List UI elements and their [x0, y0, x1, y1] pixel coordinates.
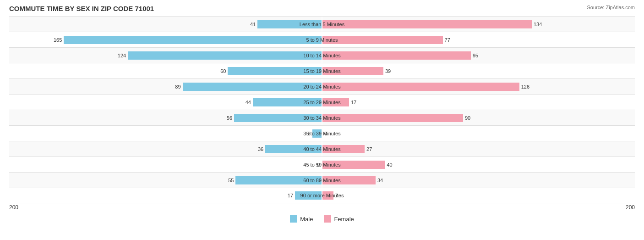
female-value: 39	[385, 68, 394, 74]
left-half: 41	[9, 17, 322, 32]
center-divider	[322, 48, 322, 63]
female-value: 17	[351, 100, 360, 105]
center-divider	[322, 17, 322, 32]
table-row: 89 126 20 to 24 Minutes	[9, 78, 635, 94]
male-value: 60	[217, 68, 226, 74]
legend-male-label: Male	[300, 216, 313, 223]
male-bar	[265, 145, 322, 153]
female-bar	[322, 67, 383, 75]
female-bar	[322, 161, 385, 169]
left-half: 55	[9, 173, 322, 188]
female-bar	[322, 51, 471, 60]
left-half: 60	[9, 63, 322, 78]
right-half: 7	[322, 188, 635, 203]
male-value: 44	[242, 100, 251, 105]
female-bar	[322, 176, 376, 184]
table-row: 17 7 90 or more Minutes	[9, 188, 635, 203]
left-half: 17	[9, 188, 322, 203]
center-divider	[322, 126, 322, 141]
female-bar	[322, 114, 463, 122]
table-row: 56 90 30 to 34 Minutes	[9, 110, 635, 125]
female-value: 95	[473, 53, 482, 58]
male-bar	[295, 191, 322, 200]
center-divider	[322, 32, 322, 47]
axis-right-label: 200	[626, 204, 635, 211]
right-half: 90	[322, 110, 635, 125]
chart-container: COMMUTE TIME BY SEX IN ZIP CODE 71001 So…	[9, 5, 635, 223]
axis-left-label: 200	[9, 204, 18, 211]
female-value: 34	[377, 178, 387, 183]
source-label: Source: ZipAtlas.com	[587, 5, 635, 10]
row-inner: 165 77 5 to 9 Minutes	[9, 32, 635, 47]
female-bar	[322, 98, 349, 106]
male-value: 89	[172, 84, 181, 89]
table-row: 60 39 15 to 19 Minutes	[9, 63, 635, 78]
female-bar	[322, 20, 532, 28]
male-bar	[257, 20, 322, 28]
right-half: 17	[322, 95, 635, 110]
male-value: 6	[301, 131, 311, 136]
table-row: 41 134 Less than 5 Minutes	[9, 16, 635, 32]
table-row: 6 0 35 to 39 Minutes	[9, 125, 635, 141]
male-bar	[234, 114, 322, 122]
legend-male-box	[290, 215, 297, 223]
male-value: 124	[117, 53, 126, 58]
center-divider	[322, 79, 322, 94]
center-divider	[322, 173, 322, 188]
center-divider	[322, 95, 322, 110]
right-half: 40	[322, 157, 635, 172]
row-inner: 56 90 30 to 34 Minutes	[9, 110, 635, 125]
row-inner: 36 27 40 to 44 Minutes	[9, 141, 635, 156]
axis-bottom: 200 200	[9, 204, 635, 211]
row-inner: 41 134 Less than 5 Minutes	[9, 17, 635, 32]
table-row: 36 27 40 to 44 Minutes	[9, 141, 635, 156]
right-half: 34	[322, 173, 635, 188]
row-inner: 89 126 20 to 24 Minutes	[9, 79, 635, 94]
right-half: 27	[322, 141, 635, 156]
female-bar	[322, 83, 519, 91]
chart-area: 41 134 Less than 5 Minutes 165 77 5 to 9…	[9, 16, 635, 211]
center-divider	[322, 157, 322, 172]
row-inner: 17 7 90 or more Minutes	[9, 188, 635, 203]
center-divider	[322, 63, 322, 78]
chart-title: COMMUTE TIME BY SEX IN ZIP CODE 71001	[9, 5, 154, 12]
legend-female-label: Female	[334, 216, 354, 223]
table-row: 0 40 45 to 59 Minutes	[9, 156, 635, 172]
female-bar	[322, 191, 333, 200]
male-value: 56	[223, 115, 232, 121]
row-inner: 124 95 10 to 14 Minutes	[9, 48, 635, 63]
male-value: 165	[53, 37, 62, 43]
left-half: 56	[9, 110, 322, 125]
row-inner: 55 34 60 to 89 Minutes	[9, 173, 635, 188]
male-bar	[228, 67, 322, 75]
left-half: 124	[9, 48, 322, 63]
male-bar	[64, 36, 322, 44]
legend-female: Female	[324, 215, 354, 223]
right-half: 134	[322, 17, 635, 32]
left-half: 6	[9, 126, 322, 141]
legend-male: Male	[290, 215, 313, 223]
row-inner: 60 39 15 to 19 Minutes	[9, 63, 635, 78]
female-value: 90	[465, 115, 474, 121]
right-half: 126	[322, 79, 635, 94]
male-bar	[253, 98, 322, 106]
right-half: 0	[322, 126, 635, 141]
table-row: 44 17 25 to 29 Minutes	[9, 94, 635, 110]
center-divider	[322, 188, 322, 203]
female-value: 27	[366, 146, 376, 152]
left-half: 36	[9, 141, 322, 156]
row-inner: 44 17 25 to 29 Minutes	[9, 95, 635, 110]
right-half: 95	[322, 48, 635, 63]
left-half: 89	[9, 79, 322, 94]
male-bar	[312, 129, 322, 138]
female-value: 7	[335, 193, 344, 198]
female-value: 0	[324, 131, 333, 136]
female-value: 77	[445, 37, 454, 43]
left-half: 44	[9, 95, 322, 110]
center-divider	[322, 141, 322, 156]
center-divider	[322, 110, 322, 125]
legend: Male Female	[9, 215, 635, 223]
table-row: 165 77 5 to 9 Minutes	[9, 32, 635, 47]
male-value: 36	[254, 146, 263, 152]
left-half: 0	[9, 157, 322, 172]
